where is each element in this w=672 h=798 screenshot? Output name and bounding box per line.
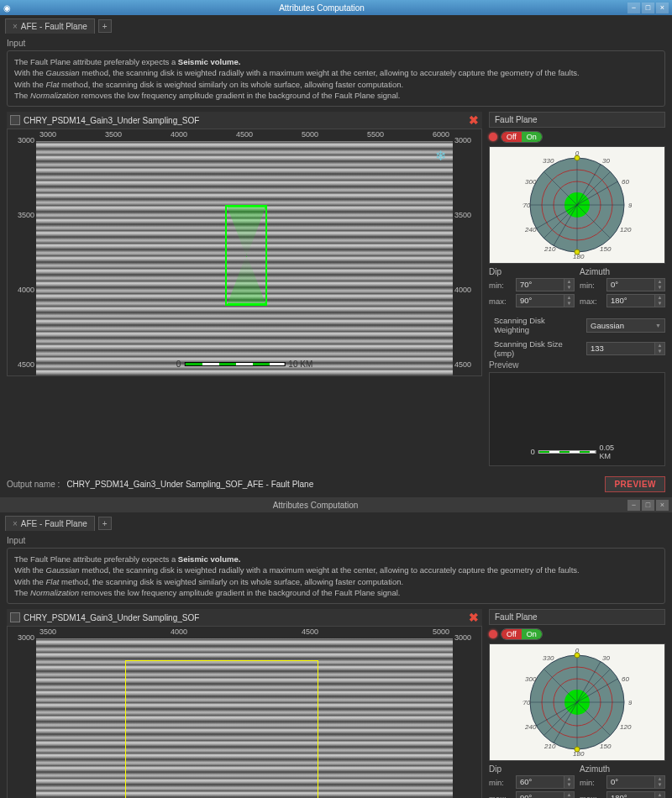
svg-text:90: 90 [628, 202, 632, 209]
axis-right: 30003500 [453, 627, 481, 798]
svg-text:330: 330 [543, 654, 554, 662]
svg-text:0: 0 [575, 150, 580, 157]
viewer-close-icon[interactable]: ✖ [469, 113, 479, 127]
titlebar[interactable]: ◉ Attributes Computation − □ × [0, 0, 672, 15]
dip-min-input[interactable]: 70°▲▼ [516, 278, 575, 291]
scalebar: 010 KM [176, 360, 312, 369]
tab-add-button[interactable]: + [98, 19, 112, 33]
dip-min-input[interactable]: 60°▲▼ [516, 775, 575, 789]
dip-max-input[interactable]: 90°▲▼ [516, 791, 575, 798]
svg-text:30: 30 [602, 157, 610, 165]
viewer-header: CHRY_PSDM14_Gain3_Under Sampling_SOF ✖ [7, 609, 482, 626]
seismic-viewer[interactable]: 3000350040004500500055006000 30003500400… [7, 129, 482, 376]
azimuth-label: Azimuth [580, 764, 665, 774]
svg-text:120: 120 [620, 723, 632, 731]
dip-label: Dip [489, 267, 575, 276]
viewer-close-icon[interactable]: ✖ [469, 611, 479, 624]
info-text: The Fault Plane attribute preferably exp… [7, 548, 665, 604]
tab-afe-fault-plane[interactable]: × AFE - Fault Plane [5, 516, 95, 531]
maximize-button[interactable]: □ [642, 500, 654, 511]
svg-text:270: 270 [522, 699, 531, 706]
app-icon: ◉ [3, 3, 11, 13]
selection-box[interactable] [125, 660, 318, 798]
window-1: ◉ Attributes Computation − □ × × AFE - F… [0, 0, 672, 497]
close-button[interactable]: × [656, 500, 669, 511]
viewer-header: CHRY_PSDM14_Gain3_Under Sampling_SOF ✖ [7, 112, 482, 129]
axis-left: 30003500 [8, 627, 36, 798]
tab-close-icon[interactable]: × [13, 519, 18, 528]
disk-size-label: Scanning Disk Size (smp) [489, 339, 581, 358]
titlebar[interactable]: Attributes Computation − □ × [0, 497, 672, 512]
svg-text:240: 240 [524, 226, 537, 234]
azimuth-min-input[interactable]: 0°▲▼ [606, 775, 665, 789]
tab-afe-fault-plane[interactable]: × AFE - Fault Plane [5, 18, 95, 34]
minimize-button[interactable]: − [627, 3, 640, 13]
svg-text:90: 90 [628, 699, 632, 706]
input-label: Input [7, 536, 665, 545]
tab-label: AFE - Fault Plane [21, 22, 87, 31]
dip-label: Dip [489, 764, 575, 774]
status-led-icon [489, 133, 497, 141]
svg-text:270: 270 [522, 202, 531, 209]
preview-button[interactable]: PREVIEW [605, 476, 665, 492]
viewer-title: CHRY_PSDM14_Gain3_Under Sampling_SOF [24, 613, 465, 622]
axis-top: 3000350040004500500055006000 [36, 129, 453, 141]
scanning-cone-overlay [225, 205, 267, 306]
svg-text:240: 240 [524, 723, 537, 731]
off-on-toggle[interactable]: OffOn [501, 131, 543, 143]
fault-plane-header: Fault Plane [489, 609, 665, 625]
dip-max-input[interactable]: 90°▲▼ [516, 294, 575, 307]
azimuth-min-input[interactable]: 0°▲▼ [606, 278, 665, 291]
weighting-combo[interactable]: Gaussian▼ [586, 318, 665, 333]
svg-text:180: 180 [573, 253, 585, 260]
tab-add-button[interactable]: + [98, 517, 112, 530]
svg-text:210: 210 [543, 245, 556, 253]
azimuth-max-input[interactable]: 180°▲▼ [606, 294, 665, 307]
svg-text:120: 120 [620, 226, 632, 234]
off-on-toggle[interactable]: OffOn [501, 628, 543, 640]
azimuth-max-input[interactable]: 180°▲▼ [606, 791, 665, 798]
preview-label: Preview [489, 360, 665, 370]
tab-close-icon[interactable]: × [13, 22, 18, 31]
svg-text:300: 300 [525, 178, 537, 186]
fault-plane-header: Fault Plane [489, 112, 665, 128]
svg-text:300: 300 [525, 675, 537, 683]
azimuth-compass[interactable]: 0 30 60 90 120 150 180 210 240 270 300 3… [489, 146, 665, 264]
svg-text:60: 60 [622, 178, 629, 186]
svg-text:150: 150 [600, 743, 612, 750]
seismic-viewer[interactable]: 3500400045005000 30003500 30003500 05 KM [7, 626, 482, 798]
disk-size-input[interactable]: 133▲▼ [586, 342, 665, 355]
window-title: Attributes Computation [3, 501, 627, 510]
svg-text:0: 0 [575, 648, 580, 654]
close-button[interactable]: × [656, 3, 669, 13]
expand-button[interactable] [10, 115, 20, 125]
svg-text:60: 60 [622, 675, 629, 683]
preview-viewer[interactable]: 00.05 KM [489, 372, 665, 466]
viewer-title: CHRY_PSDM14_Gain3_Under Sampling_SOF [24, 116, 465, 125]
weighting-label: Scanning Disk Weighting [489, 316, 581, 334]
expand-button[interactable] [10, 612, 20, 622]
svg-text:210: 210 [543, 743, 556, 750]
axis-top: 3500400045005000 [36, 627, 453, 638]
maximize-button[interactable]: □ [642, 3, 654, 13]
output-label: Output name : [7, 480, 60, 489]
azimuth-compass[interactable]: 0306090120150180210240270300330 [489, 643, 665, 761]
svg-text:30: 30 [602, 654, 610, 662]
window-title: Attributes Computation [16, 3, 627, 13]
axis-left: 3000350040004500 [8, 129, 36, 375]
snowflake-icon[interactable]: ❄ [435, 148, 446, 164]
svg-text:180: 180 [573, 750, 585, 757]
window-2: Attributes Computation − □ × × AFE - Fau… [0, 497, 672, 798]
tab-label: AFE - Fault Plane [21, 519, 87, 528]
output-name-value: CHRY_PSDM14_Gain3_Under Sampling_SOF_AFE… [66, 480, 598, 489]
svg-text:150: 150 [600, 245, 612, 253]
input-label: Input [7, 39, 665, 48]
svg-text:330: 330 [543, 157, 554, 165]
status-led-icon [489, 630, 497, 638]
minimize-button[interactable]: − [627, 500, 640, 511]
info-text: The Fault Plane attribute preferably exp… [7, 50, 665, 107]
preview-scalebar: 00.05 KM [531, 444, 624, 460]
azimuth-label: Azimuth [580, 267, 665, 276]
axis-right: 3000350040004500 [453, 129, 481, 375]
